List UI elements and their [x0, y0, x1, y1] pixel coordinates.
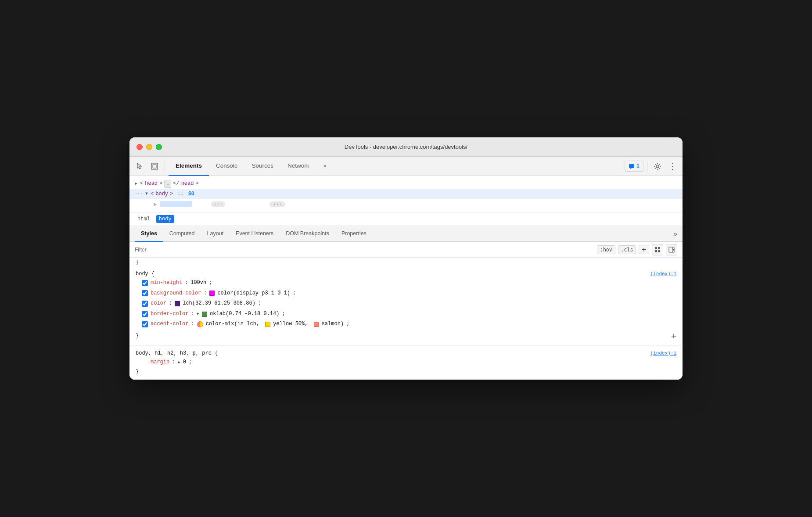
toolbar-divider-1 — [165, 161, 165, 172]
svg-rect-6 — [655, 250, 657, 252]
border-color-arrow[interactable]: ▶ — [197, 310, 199, 317]
toolbar-right: 1 ⋮ — [625, 160, 679, 173]
body-selector[interactable]: body { — [136, 271, 154, 277]
styles-tab-properties[interactable]: Properties — [335, 226, 373, 242]
styles-tab-layout[interactable]: Layout — [201, 226, 230, 242]
tab-network[interactable]: Network — [280, 157, 316, 176]
property-margin: margin : ▶ 0 ; — [129, 357, 683, 368]
cursor-icon — [136, 162, 144, 170]
dollar-zero: $0 — [188, 190, 194, 198]
body-headings-rule-header: body, h1, h2, h3, p, pre { (index):1 — [129, 349, 683, 357]
minimize-button[interactable] — [146, 144, 152, 150]
accent-color-swatch[interactable] — [197, 321, 203, 327]
color-swatch[interactable] — [175, 301, 180, 306]
hov-filter-button[interactable]: :hov — [597, 245, 615, 254]
head-ellipsis[interactable]: … — [164, 180, 171, 188]
settings-button[interactable] — [651, 160, 664, 173]
min-height-checkbox[interactable] — [142, 280, 148, 286]
styles-content: } body { (index):1 min-height : 100vh ; — [129, 258, 683, 380]
inspect-button[interactable] — [148, 160, 161, 173]
filter-bar: :hov .cls + — [129, 242, 683, 258]
toggle-sidebar-button[interactable] — [666, 244, 677, 255]
svg-point-3 — [656, 165, 659, 168]
property-border-color: border-color : ▶ oklab(0.74 -0.18 0.14) … — [129, 309, 683, 320]
body-rule: body { (index):1 min-height : 100vh ; ba… — [129, 266, 683, 346]
body-tree-line[interactable]: ··· ▼ <body> == $0 — [129, 189, 683, 199]
force-state-icon — [654, 247, 661, 253]
window-title: DevTools - developer.chrome.com/tags/dev… — [345, 144, 467, 150]
body-headings-selector[interactable]: body, h1, h2, h3, p, pre { — [136, 350, 218, 356]
breadcrumb-html[interactable]: html — [135, 215, 153, 223]
force-element-state-button[interactable] — [652, 244, 663, 255]
message-icon — [629, 163, 635, 169]
truncated-content-line: ▶ ··· ··· — [129, 199, 683, 209]
close-button[interactable] — [137, 144, 143, 150]
tab-console[interactable]: Console — [209, 157, 245, 176]
gear-icon — [654, 162, 661, 170]
filter-input[interactable] — [135, 247, 593, 253]
property-min-height: min-height : 100vh ; — [129, 278, 683, 288]
elements-panel: ▶ <head> … </head> ··· ▼ <body> == $0 ▶ … — [129, 176, 683, 212]
yellow-swatch[interactable] — [265, 322, 270, 327]
styles-tab-event-listeners[interactable]: Event Listeners — [230, 226, 280, 242]
body-headings-rule-closing: } — [129, 368, 683, 376]
breadcrumb-bar: html body — [129, 212, 683, 226]
cursor-tool-button[interactable] — [133, 160, 146, 173]
body-arrow: ▼ — [145, 190, 148, 197]
color-checkbox[interactable] — [142, 301, 148, 307]
devtools-window: DevTools - developer.chrome.com/tags/dev… — [129, 137, 683, 379]
body-headings-rule-source[interactable]: (index):1 — [650, 351, 676, 356]
tab-sources[interactable]: Sources — [245, 157, 281, 176]
console-badge-button[interactable]: 1 — [625, 161, 643, 172]
tab-more[interactable]: » — [316, 157, 334, 176]
svg-rect-7 — [658, 250, 660, 252]
traffic-lights — [137, 144, 162, 150]
more-options-button[interactable]: ⋮ — [666, 160, 679, 173]
svg-rect-4 — [655, 247, 657, 249]
styles-tab-computed[interactable]: Computed — [163, 226, 201, 242]
inspect-icon — [151, 162, 158, 170]
body-rule-footer: } + — [129, 330, 683, 342]
styles-tab-more[interactable]: » — [673, 230, 677, 238]
margin-expand-arrow[interactable]: ▶ — [178, 359, 180, 366]
toolbar-tabs: Elements Console Sources Network » — [169, 157, 623, 176]
breadcrumb-body[interactable]: body — [156, 215, 174, 223]
bottom-panel: Styles Computed Layout Event Listeners D… — [129, 226, 683, 380]
svg-rect-5 — [658, 247, 660, 249]
filter-buttons: :hov .cls + — [597, 244, 677, 255]
add-property-button[interactable]: + — [671, 330, 676, 341]
property-accent-color: accent-color : color-mix(in lch, yellow … — [129, 319, 683, 330]
head-tree-line[interactable]: ▶ <head> … </head> — [129, 179, 683, 189]
body-rule-source[interactable]: (index):1 — [650, 271, 676, 276]
toolbar-divider-2 — [647, 161, 647, 172]
title-bar: DevTools - developer.chrome.com/tags/dev… — [129, 137, 683, 157]
property-background-color: background-color : color(display-p3 1 0 … — [129, 288, 683, 299]
previous-rule-closing: } — [129, 258, 683, 266]
background-color-checkbox[interactable] — [142, 290, 148, 296]
head-arrow: ▶ — [135, 180, 137, 187]
bg-color-swatch[interactable] — [209, 291, 215, 296]
styles-tabs-bar: Styles Computed Layout Event Listeners D… — [129, 226, 683, 242]
devtools-toolbar: Elements Console Sources Network » 1 — [129, 157, 683, 176]
border-color-swatch[interactable] — [202, 312, 207, 317]
body-rule-header: body { (index):1 — [129, 270, 683, 278]
add-style-button[interactable]: + — [639, 245, 649, 254]
styles-tab-dom-breakpoints[interactable]: DOM Breakpoints — [280, 226, 335, 242]
body-headings-rule: body, h1, h2, h3, p, pre { (index):1 mar… — [129, 346, 683, 380]
salmon-swatch[interactable] — [314, 322, 319, 327]
styles-tab-styles[interactable]: Styles — [135, 226, 163, 242]
accent-color-checkbox[interactable] — [142, 321, 148, 327]
maximize-button[interactable] — [156, 144, 162, 150]
svg-rect-0 — [151, 163, 158, 169]
svg-rect-2 — [629, 164, 634, 168]
property-color: color : lch(32.39 61.25 308.86) ; — [129, 298, 683, 309]
tab-elements[interactable]: Elements — [169, 157, 209, 176]
sidebar-icon — [668, 247, 675, 253]
svg-rect-1 — [153, 165, 156, 168]
cls-filter-button[interactable]: .cls — [618, 245, 636, 254]
border-color-checkbox[interactable] — [142, 311, 148, 317]
html-tree: ▶ <head> … </head> ··· ▼ <body> == $0 ▶ … — [129, 176, 683, 212]
